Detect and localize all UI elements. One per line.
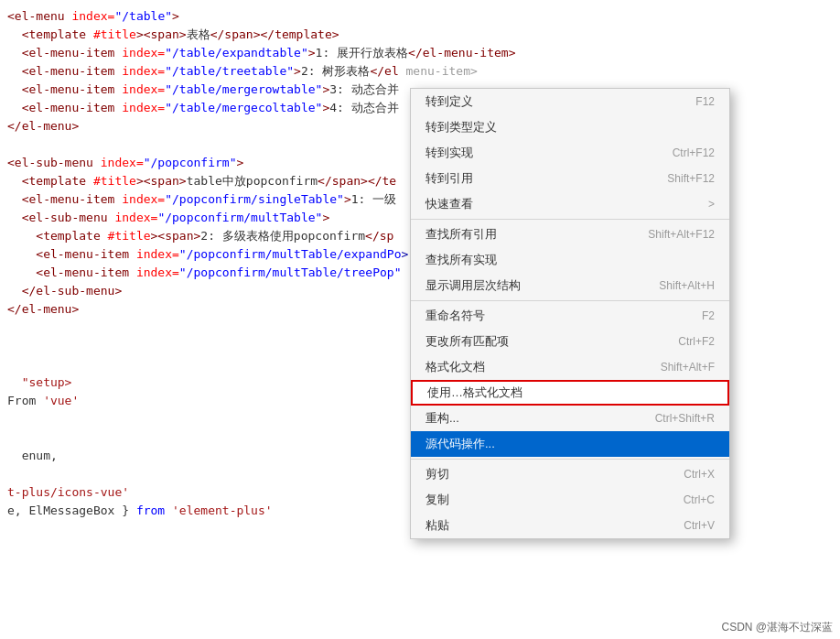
watermark-text: CSDN @湛海不过深蓝: [721, 621, 833, 634]
context-menu: 转到定义 F12 转到类型定义 转到实现 Ctrl+F12 转到引用 Shift…: [410, 88, 730, 539]
menu-item-goto-ref[interactable]: 转到引用 Shift+F12: [411, 166, 729, 191]
code-token: "setup>: [7, 374, 71, 392]
menu-item-shortcut: Ctrl+F12: [673, 146, 715, 159]
code-token: index=: [114, 44, 165, 62]
code-token: </span></te: [318, 172, 396, 190]
menu-item-label: 格式化文档: [425, 359, 633, 375]
menu-item-format-with[interactable]: 使用…格式化文档: [411, 380, 729, 406]
code-token: "/table/expandtable": [165, 44, 308, 62]
code-token: >: [236, 154, 243, 172]
code-token: "/popconfirm": [144, 154, 237, 172]
menu-item-format-doc[interactable]: 格式化文档 Shift+Alt+F: [411, 354, 729, 380]
code-line: <el-menu index="/table" >: [0, 7, 840, 26]
menu-item-label: 显示调用层次结构: [425, 277, 631, 294]
menu-divider: [411, 459, 729, 460]
code-token: t-plus/icons-vue': [7, 483, 129, 502]
menu-divider: [411, 300, 729, 301]
code-token: >: [344, 190, 351, 209]
menu-item-paste[interactable]: 粘贴 Ctrl+V: [411, 513, 729, 538]
code-token: "/table": [114, 7, 172, 26]
code-token: ><span>: [151, 227, 201, 245]
menu-item-source-action[interactable]: 源代码操作...: [411, 431, 729, 457]
menu-item-label: 转到实现: [425, 145, 645, 161]
code-line: <el-menu-item index="/table/expandtable"…: [0, 44, 840, 62]
code-token: index=: [65, 7, 115, 26]
code-token: >: [294, 62, 301, 81]
code-token: <el-menu-item: [7, 190, 114, 209]
code-token: index=: [114, 62, 165, 81]
code-token: 4: 动态合并: [329, 99, 398, 117]
watermark: CSDN @湛海不过深蓝: [721, 620, 833, 635]
menu-item-shortcut: Ctrl+X: [684, 468, 715, 481]
code-token: >: [322, 99, 329, 117]
code-token: 1: 展开行放表格: [316, 44, 408, 62]
menu-item-label: 更改所有匹配项: [425, 333, 651, 350]
menu-item-rename-symbol[interactable]: 重命名符号 F2: [411, 303, 729, 329]
menu-item-show-call-hier[interactable]: 显示调用层次结构 Shift+Alt+H: [411, 273, 729, 298]
code-token: 'vue': [36, 392, 79, 410]
menu-item-refactor[interactable]: 重构... Ctrl+Shift+R: [411, 406, 729, 431]
code-token: "/popconfirm/multTable": [157, 209, 322, 227]
menu-item-label: 快速查看: [425, 196, 681, 212]
code-token: </span></template>: [210, 26, 339, 44]
code-token: index=: [114, 99, 165, 117]
code-token: <el-sub-menu: [7, 209, 108, 227]
menu-item-shortcut: F2: [702, 309, 715, 322]
menu-item-find-all-impl[interactable]: 查找所有实现: [411, 247, 729, 273]
code-token: <el-menu-item: [7, 245, 129, 264]
menu-item-shortcut: Shift+Alt+F12: [648, 228, 715, 241]
code-token: "/popconfirm/multTable/treePop": [179, 264, 402, 282]
menu-item-change-all[interactable]: 更改所有匹配项 Ctrl+F2: [411, 329, 729, 354]
code-token: 表格: [187, 26, 210, 44]
code-token: <el-menu-item: [7, 44, 114, 62]
menu-item-label: 转到类型定义: [425, 119, 687, 135]
menu-item-label: 使用…格式化文档: [427, 384, 685, 401]
code-token: <el-menu-item: [7, 99, 114, 117]
menu-item-label: 查找所有实现: [425, 252, 687, 268]
menu-item-label: 查找所有引用: [425, 226, 620, 243]
code-token: >: [322, 81, 329, 99]
code-token: </sp: [365, 227, 393, 245]
menu-item-shortcut: Ctrl+F2: [678, 335, 715, 348]
code-token: index=: [114, 81, 165, 99]
code-token: </el-menu>: [7, 117, 79, 135]
code-token: >: [308, 44, 316, 62]
menu-item-shortcut: Shift+Alt+F: [661, 361, 715, 374]
menu-item-copy[interactable]: 复制 Ctrl+C: [411, 487, 729, 513]
code-token: <el-menu: [7, 7, 65, 26]
menu-item-label: 复制: [425, 492, 656, 508]
code-token: </el-menu-item>: [408, 44, 515, 62]
code-token: 'element-plus': [165, 502, 272, 520]
code-token: index=: [114, 190, 165, 209]
menu-item-goto-type-def[interactable]: 转到类型定义: [411, 114, 729, 140]
code-token: index=: [129, 245, 179, 264]
menu-item-shortcut: Shift+Alt+H: [659, 279, 715, 292]
code-line: <el-menu-item index="/table/treetable" >…: [0, 62, 840, 81]
code-token: From: [7, 392, 36, 410]
menu-item-label: 剪切: [425, 466, 656, 482]
menu-item-cut[interactable]: 剪切 Ctrl+X: [411, 461, 729, 487]
code-token: #title: [86, 26, 136, 44]
code-token: #title: [101, 227, 151, 245]
code-token: index=: [93, 154, 144, 172]
code-token: "/popconfirm/multTable/expandPo: [179, 245, 402, 264]
menu-divider: [411, 219, 729, 220]
menu-item-goto-impl[interactable]: 转到实现 Ctrl+F12: [411, 140, 729, 166]
code-token: #title: [86, 172, 136, 190]
menu-item-label: 粘贴: [425, 517, 656, 534]
menu-item-find-all-refs[interactable]: 查找所有引用 Shift+Alt+F12: [411, 222, 729, 247]
code-token: menu-item>: [399, 62, 478, 81]
menu-item-label: 重命名符号: [425, 308, 674, 324]
code-token: <el-menu-item: [7, 264, 129, 282]
code-token: 2: 多级表格使用popconfirm: [200, 227, 365, 245]
code-token: "/table/mergecoltable": [165, 99, 322, 117]
menu-item-label: 转到定义: [425, 93, 668, 110]
menu-item-quick-view[interactable]: 快速查看 >: [411, 191, 729, 217]
code-token: >: [402, 245, 409, 264]
menu-item-label: 重构...: [425, 410, 628, 427]
menu-item-goto-def[interactable]: 转到定义 F12: [411, 89, 729, 114]
code-token: <template: [7, 227, 101, 245]
menu-item-label: 源代码操作...: [425, 436, 687, 452]
menu-item-shortcut: F12: [695, 95, 715, 108]
code-token: </el: [370, 62, 398, 81]
